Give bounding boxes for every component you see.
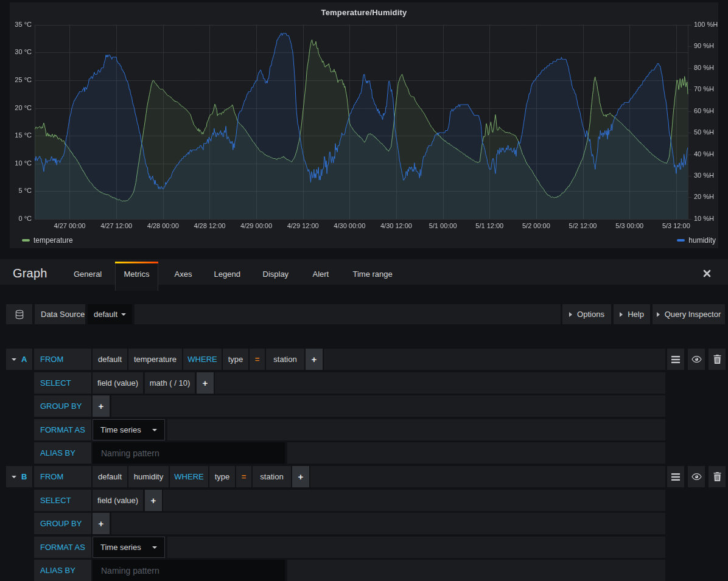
tab-label: Time range bbox=[353, 270, 393, 279]
query-collapse-toggle-B[interactable]: B bbox=[6, 466, 32, 487]
select-part-segment[interactable]: field (value) bbox=[93, 490, 143, 511]
chart-legend: temperature humidity bbox=[10, 236, 718, 246]
help-button[interactable]: Help bbox=[614, 304, 650, 324]
where-value-segment[interactable]: station bbox=[266, 349, 304, 370]
panel-type-title: Graph bbox=[13, 266, 47, 280]
row-filler bbox=[310, 466, 665, 487]
where-field-segment[interactable]: type bbox=[209, 466, 235, 487]
from-db-segment[interactable]: default bbox=[93, 466, 127, 487]
query-ref-letter: A bbox=[21, 355, 27, 364]
query-inspector-button[interactable]: Query Inspector bbox=[653, 304, 725, 324]
datasource-icon-cell bbox=[6, 304, 32, 324]
chevron-down-icon bbox=[152, 546, 157, 549]
from-keyword: FROM bbox=[34, 466, 91, 487]
alias-by-keyword: ALIAS BY bbox=[34, 442, 91, 464]
tab-label: Axes bbox=[175, 270, 192, 279]
query-menu-button[interactable] bbox=[667, 466, 684, 487]
where-keyword-segment[interactable]: WHERE bbox=[170, 466, 208, 487]
query-delete-button[interactable] bbox=[709, 349, 726, 370]
row-filler bbox=[287, 442, 665, 464]
datasource-dropdown[interactable]: default bbox=[88, 304, 132, 324]
add-where-condition-button[interactable]: + bbox=[292, 466, 309, 487]
row-filler bbox=[167, 419, 665, 440]
tab-label: Legend bbox=[214, 270, 240, 279]
chevron-down-icon bbox=[121, 313, 126, 316]
tab-display[interactable]: Display bbox=[254, 262, 298, 291]
query-ref-letter: B bbox=[21, 472, 27, 481]
select-part-segment[interactable]: field (value) bbox=[93, 372, 143, 394]
alias-by-input[interactable]: Naming pattern bbox=[93, 442, 285, 464]
caret-down-icon bbox=[12, 476, 16, 478]
format-as-select[interactable]: Time series bbox=[93, 537, 165, 558]
timeseries-chart[interactable] bbox=[10, 2, 718, 248]
caret-down-icon bbox=[12, 358, 16, 361]
where-value-segment[interactable]: station bbox=[253, 466, 291, 487]
legend-item-humidity[interactable]: humidity bbox=[677, 236, 716, 245]
tab-label: Display bbox=[263, 270, 289, 279]
graph-panel: Temperature/Humidity temperature humidit… bbox=[10, 2, 718, 248]
format-as-value: Time series bbox=[100, 425, 141, 434]
row-filler bbox=[111, 513, 665, 534]
groupby-keyword: GROUP BY bbox=[34, 513, 91, 534]
format-as-select[interactable]: Time series bbox=[93, 419, 165, 440]
tab-metrics[interactable]: Metrics bbox=[115, 262, 159, 291]
format-as-keyword: FORMAT AS bbox=[34, 537, 91, 558]
query-collapse-toggle-A[interactable]: A bbox=[6, 349, 32, 370]
row-filler bbox=[324, 349, 665, 370]
query-delete-button[interactable] bbox=[709, 466, 726, 487]
database-icon bbox=[15, 310, 24, 319]
query-menu-button[interactable] bbox=[667, 349, 684, 370]
tab-axes[interactable]: Axes bbox=[166, 262, 201, 291]
legend-label: humidity bbox=[688, 236, 716, 245]
format-as-value: Time series bbox=[100, 543, 141, 552]
select-part-segment[interactable]: math ( / 10) bbox=[145, 372, 195, 394]
add-groupby-button[interactable]: + bbox=[93, 395, 110, 417]
row-filler bbox=[111, 395, 665, 417]
where-operator-segment[interactable]: = bbox=[250, 349, 265, 370]
add-groupby-button[interactable]: + bbox=[93, 513, 110, 534]
tab-alert[interactable]: Alert bbox=[304, 262, 338, 291]
format-as-keyword: FORMAT AS bbox=[34, 419, 91, 440]
where-keyword-segment[interactable]: WHERE bbox=[183, 349, 222, 370]
panel-title: Temperature/Humidity bbox=[10, 8, 718, 17]
caret-right-icon bbox=[620, 312, 623, 317]
where-field-segment[interactable]: type bbox=[223, 349, 248, 370]
groupby-keyword: GROUP BY bbox=[34, 395, 91, 417]
alias-by-keyword: ALIAS BY bbox=[34, 560, 91, 581]
from-measurement-segment[interactable]: temperature bbox=[128, 349, 182, 370]
tab-general[interactable]: General bbox=[65, 262, 110, 291]
tab-legend[interactable]: Legend bbox=[206, 262, 249, 291]
options-button[interactable]: Options bbox=[562, 304, 611, 324]
caret-right-icon bbox=[569, 312, 572, 317]
close-icon[interactable] bbox=[703, 270, 711, 277]
query-toggle-visibility-button[interactable] bbox=[688, 349, 705, 370]
datasource-value: default bbox=[94, 310, 117, 319]
toolbar-filler bbox=[135, 304, 561, 324]
add-where-condition-button[interactable]: + bbox=[306, 349, 323, 370]
add-select-part-button[interactable]: + bbox=[145, 490, 162, 511]
caret-right-icon bbox=[657, 312, 660, 317]
select-keyword: SELECT bbox=[34, 372, 91, 394]
query-toggle-visibility-button[interactable] bbox=[688, 466, 705, 487]
legend-label: temperature bbox=[33, 236, 73, 245]
legend-item-temperature[interactable]: temperature bbox=[22, 236, 73, 245]
tab-label: Metrics bbox=[124, 270, 150, 279]
row-filler bbox=[163, 490, 665, 511]
alias-by-input[interactable]: Naming pattern bbox=[93, 560, 285, 581]
panel-editor-header: Graph GeneralMetricsAxesLegendDisplayAle… bbox=[0, 259, 728, 285]
datasource-label: Data Source bbox=[35, 304, 85, 324]
tab-label: Alert bbox=[313, 270, 329, 279]
add-select-part-button[interactable]: + bbox=[197, 372, 214, 394]
humidity-series-color-dash bbox=[677, 239, 685, 242]
where-operator-segment[interactable]: = bbox=[236, 466, 251, 487]
from-db-segment[interactable]: default bbox=[93, 349, 127, 370]
tab-time-range[interactable]: Time range bbox=[345, 262, 401, 291]
alias-by-placeholder: Naming pattern bbox=[101, 448, 159, 458]
row-filler bbox=[215, 372, 665, 394]
row-filler bbox=[167, 537, 665, 558]
row-filler bbox=[287, 560, 665, 581]
from-measurement-segment[interactable]: humidity bbox=[128, 466, 169, 487]
select-keyword: SELECT bbox=[34, 490, 91, 511]
chevron-down-icon bbox=[152, 429, 157, 431]
tab-label: General bbox=[74, 270, 102, 279]
